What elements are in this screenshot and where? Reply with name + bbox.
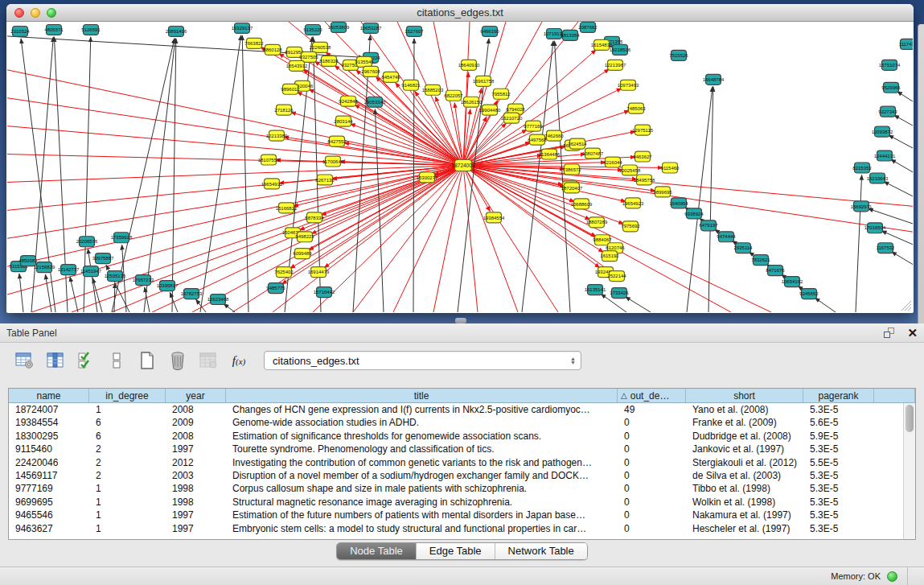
delete-table-button[interactable] <box>167 350 188 371</box>
close-panel-icon[interactable]: ✕ <box>907 328 918 339</box>
minimize-window-icon[interactable] <box>31 8 40 18</box>
table-settings-button[interactable] <box>14 350 35 371</box>
window-resize-grip[interactable] <box>899 299 912 311</box>
table-cell[interactable]: Estimation of the future numbers of pati… <box>226 509 618 521</box>
table-cell[interactable]: 0 <box>618 456 686 469</box>
table-cell[interactable]: 0 <box>618 469 686 482</box>
zoom-window-icon[interactable] <box>47 8 56 18</box>
citation-edge-black[interactable] <box>555 41 570 312</box>
citation-edge-black[interactable] <box>144 39 175 312</box>
table-cell[interactable]: 6 <box>89 416 166 429</box>
table-cell[interactable]: 5.6E-5 <box>803 416 874 429</box>
citation-edge-black[interactable] <box>892 252 913 265</box>
table-cell[interactable]: Wolkin et al. (1998) <box>686 496 803 509</box>
citation-edge-red[interactable] <box>433 166 463 312</box>
table-cell[interactable]: Disruption of a novel member of a sodium… <box>226 469 618 482</box>
table-cell[interactable]: Investigating the contribution of common… <box>226 456 618 469</box>
table-cell[interactable]: 2009 <box>166 416 226 429</box>
table-cell[interactable]: Nakamura et al. (1997) <box>686 509 803 521</box>
table-cell[interactable]: 0 <box>618 509 686 521</box>
table-cell[interactable]: 49 <box>618 403 686 416</box>
table-cell[interactable]: 2012 <box>166 456 226 469</box>
table-cell[interactable]: Jankovic et al. (1997) <box>686 443 803 455</box>
table-cell[interactable]: Hescheler et al. (1997) <box>686 522 803 535</box>
table-cell[interactable]: 9699695 <box>9 496 89 509</box>
table-cell[interactable]: 18300295 <box>9 430 89 443</box>
citation-edge-black[interactable] <box>70 277 78 312</box>
table-cell[interactable]: 5.3E-5 <box>803 443 874 455</box>
table-row[interactable]: 1830029562008Estimation of significance … <box>9 430 915 443</box>
table-cell[interactable]: 1997 <box>166 509 226 521</box>
table-cell[interactable]: Genome-wide association studies in ADHD. <box>226 416 618 429</box>
citation-edge-black[interactable] <box>891 159 913 172</box>
citation-edge-black[interactable] <box>92 278 102 312</box>
citation-edge-red[interactable] <box>7 166 463 295</box>
column-header-pagerank[interactable]: pagerank <box>803 389 874 402</box>
table-cell[interactable]: 5.3E-5 <box>803 496 874 509</box>
table-cell[interactable]: 2003 <box>166 469 226 482</box>
table-row[interactable]: 1456911722003Disruption of a novel membe… <box>9 469 915 482</box>
table-row[interactable]: 977716911998Corpus callosum shape and si… <box>9 482 915 495</box>
citation-edge-red[interactable] <box>313 166 463 312</box>
network-canvas[interactable]: 2310524480557151265912089140616329137913… <box>7 22 913 312</box>
table-cell[interactable]: 2 <box>89 443 166 455</box>
table-cell[interactable]: 5.3E-5 <box>803 522 874 535</box>
citation-edge-red[interactable] <box>335 65 463 165</box>
citation-edge-red[interactable] <box>282 166 463 285</box>
table-row[interactable]: 946554611997Estimation of the future num… <box>9 509 915 521</box>
table-cell[interactable]: 0 <box>618 430 686 443</box>
citation-edge-black[interactable] <box>708 87 713 312</box>
table-cell[interactable]: 2 <box>89 469 166 482</box>
table-cell[interactable]: 5.3E-5 <box>803 482 874 495</box>
column-header-short[interactable]: short <box>686 389 803 402</box>
table-cell[interactable]: 0 <box>618 443 686 455</box>
table-cell[interactable]: 0 <box>618 522 686 535</box>
table-cell[interactable]: Estimation of significance thresholds fo… <box>226 430 618 443</box>
table-cell[interactable]: 5.3E-5 <box>803 469 874 482</box>
table-cell[interactable]: 1998 <box>166 496 226 509</box>
table-row[interactable]: 1938455462009Genome-wide association stu… <box>9 416 915 429</box>
table-selector-dropdown[interactable]: citations_edges.txt ▲▼ <box>264 351 581 370</box>
table-cell[interactable]: 5.5E-5 <box>803 456 874 469</box>
table-cell[interactable]: Changes of HCN gene expression and I(f) … <box>226 403 618 416</box>
import-table-button[interactable] <box>198 350 219 371</box>
table-cell[interactable]: Tibbo et al. (1998) <box>686 482 803 495</box>
function-builder-button[interactable]: f(x) <box>228 350 249 371</box>
column-header-in_degree[interactable]: in_degree <box>89 389 166 402</box>
column-header-name[interactable]: name <box>9 389 89 402</box>
citation-edge-red[interactable] <box>7 166 463 239</box>
column-header-year[interactable]: year <box>166 389 226 402</box>
table-row[interactable]: 911546021997Tourette syndrome. Phenomeno… <box>9 443 915 455</box>
table-cell[interactable]: 1 <box>89 403 166 416</box>
table-cell[interactable]: 0 <box>618 416 686 429</box>
table-cell[interactable]: Corpus callosum shape and size in male p… <box>226 482 618 495</box>
network-window-titlebar[interactable]: citations_edges.txt <box>6 4 914 22</box>
table-cell[interactable]: 0 <box>618 482 686 495</box>
table-cell[interactable]: 6 <box>89 430 166 443</box>
table-row[interactable]: 1872400712008Changes of HCN gene express… <box>9 403 915 416</box>
table-cell[interactable]: 18724007 <box>9 403 89 416</box>
table-cell[interactable]: Embryonic stem cells: a model to study s… <box>226 522 618 535</box>
citation-edge-black[interactable] <box>869 208 913 224</box>
table-cell[interactable]: Stergiakouli et al. (2012) <box>686 456 803 469</box>
side-panel-edge[interactable] <box>918 24 924 323</box>
table-cell[interactable]: 0 <box>618 496 686 509</box>
citation-edge-black[interactable] <box>894 115 913 126</box>
column-header-title[interactable]: title <box>226 389 618 402</box>
citation-edge-red[interactable] <box>463 166 478 312</box>
table-cell[interactable]: 1 <box>89 522 166 535</box>
citation-edge-black[interactable] <box>884 182 913 197</box>
table-cell[interactable]: 14569117 <box>9 469 89 482</box>
tab-node-table[interactable]: Node Table <box>337 543 417 559</box>
table-cell[interactable]: 1 <box>89 496 166 509</box>
scrollbar-thumb[interactable] <box>906 405 914 432</box>
table-row[interactable]: 2242004622012Investigating the contribut… <box>9 456 915 469</box>
citation-edge-black[interactable] <box>19 274 23 312</box>
citation-edge-red[interactable] <box>463 166 913 233</box>
citation-edge-black[interactable] <box>856 175 862 312</box>
table-cell[interactable]: 2008 <box>166 430 226 443</box>
citation-edge-black[interactable] <box>170 292 178 312</box>
citation-edge-red[interactable] <box>300 56 463 166</box>
column-header-out_de[interactable]: △out_de… <box>618 389 686 402</box>
table-cell[interactable]: Yano et al. (2008) <box>686 403 803 416</box>
